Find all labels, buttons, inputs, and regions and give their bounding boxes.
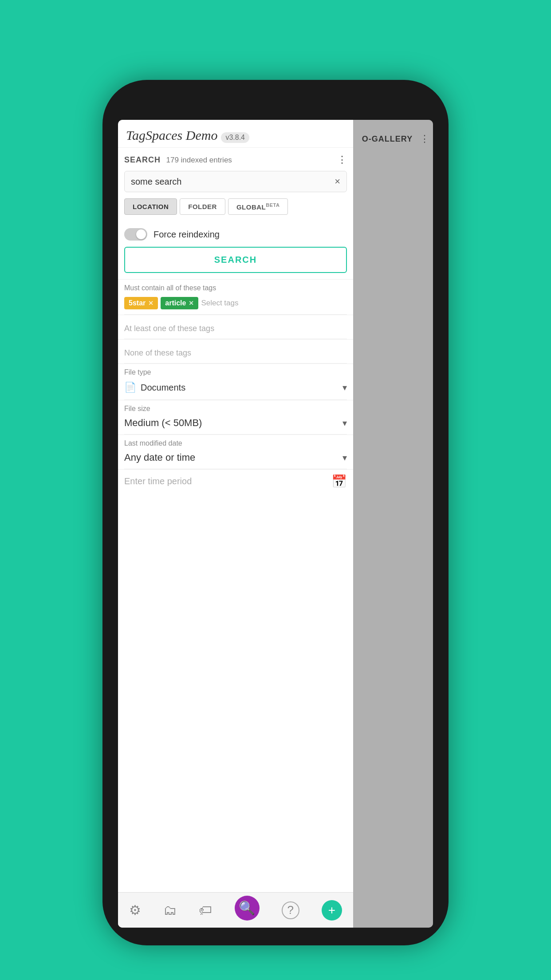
file-size-label: File size <box>124 405 347 413</box>
at-least-one-label[interactable]: At least one of these tags <box>124 320 347 335</box>
nav-tags[interactable]: 🏷 <box>199 903 212 918</box>
file-size-dropdown[interactable]: Medium (< 50MB) ▾ <box>124 415 347 431</box>
search-input-row: × <box>124 171 347 192</box>
file-type-value: Documents <box>141 383 338 393</box>
must-contain-tags-row: 5star ✕ article ✕ Select tags <box>124 296 347 311</box>
last-modified-value: Any date or time <box>124 452 342 463</box>
tag-name-5star: 5star <box>129 299 146 307</box>
tag-chip-5star[interactable]: 5star ✕ <box>124 297 158 309</box>
phone-frame: O-GALLERY ⋮ TagSpaces Demo v3.8.4 SEARCH <box>102 80 449 945</box>
help-icon: ? <box>282 901 299 919</box>
settings-icon: ⚙ <box>129 902 141 918</box>
search-header: SEARCH 179 indexed entries ⋮ <box>124 154 347 166</box>
bottom-nav: ⚙ 🗂 🏷 🔍 ? + <box>118 892 353 928</box>
clear-search-icon[interactable]: × <box>335 176 340 187</box>
tag-chip-article[interactable]: article ✕ <box>161 297 198 309</box>
calendar-icon[interactable]: 📅 <box>331 474 347 489</box>
must-contain-label: Must contain all of these tags <box>124 284 347 292</box>
last-modified-dropdown[interactable]: Any date or time ▾ <box>124 450 347 465</box>
search-section: SEARCH 179 indexed entries ⋮ × LOCATION … <box>118 148 353 215</box>
version-badge: v3.8.4 <box>221 132 249 143</box>
at-least-one-section: At least one of these tags <box>118 315 353 339</box>
search-menu-icon[interactable]: ⋮ <box>337 154 347 166</box>
reindex-row: Force reindexing <box>118 222 353 247</box>
search-button[interactable]: SEARCH <box>124 247 347 273</box>
file-type-dropdown[interactable]: 📄 Documents ▾ <box>124 379 347 396</box>
nav-add[interactable]: + <box>322 900 342 921</box>
indexed-count: 179 indexed entries <box>166 156 232 164</box>
select-tags-placeholder[interactable]: Select tags <box>201 299 238 308</box>
pdf-icon: 📄 <box>124 382 136 393</box>
app-logo: TagSpaces Demo <box>126 128 217 143</box>
tags-icon: 🏷 <box>199 903 212 918</box>
must-contain-section: Must contain all of these tags 5star ✕ a… <box>118 279 353 314</box>
folder-icon: 🗂 <box>163 903 177 918</box>
nav-help[interactable]: ? <box>282 901 299 919</box>
nav-search[interactable]: 🔍 <box>235 900 260 921</box>
file-type-arrow: ▾ <box>342 382 347 393</box>
gallery-title: O-GALLERY <box>357 134 418 144</box>
time-period-section: Enter time period 📅 <box>118 469 353 492</box>
file-type-section: File type 📄 Documents ▾ <box>118 364 353 399</box>
file-size-section: File size Medium (< 50MB) ▾ <box>118 400 353 434</box>
phone-screen: O-GALLERY ⋮ TagSpaces Demo v3.8.4 SEARCH <box>118 120 433 928</box>
nav-folder[interactable]: 🗂 <box>163 903 177 918</box>
file-size-value: Medium (< 50MB) <box>124 417 342 429</box>
nav-settings[interactable]: ⚙ <box>129 902 141 918</box>
gallery-menu-icon[interactable]: ⋮ <box>420 133 429 145</box>
force-reindex-toggle[interactable] <box>124 228 147 241</box>
app-header: TagSpaces Demo v3.8.4 <box>118 120 353 148</box>
last-modified-label: Last modified date <box>124 439 347 447</box>
tab-global[interactable]: GLOBALBETA <box>228 198 288 215</box>
logo-area: TagSpaces Demo v3.8.4 <box>126 128 249 143</box>
time-period-row: Enter time period 📅 <box>124 474 347 489</box>
toggle-knob <box>136 229 146 239</box>
tag-remove-article[interactable]: ✕ <box>189 300 194 307</box>
search-input[interactable] <box>131 177 335 187</box>
file-type-label: File type <box>124 368 347 376</box>
gallery-area: O-GALLERY ⋮ <box>353 120 433 928</box>
time-period-placeholder[interactable]: Enter time period <box>124 476 331 486</box>
add-icon: + <box>322 900 342 921</box>
search-nav-icon: 🔍 <box>235 896 260 921</box>
file-size-arrow: ▾ <box>342 418 347 428</box>
app-panel: TagSpaces Demo v3.8.4 SEARCH 179 indexed… <box>118 120 353 928</box>
none-of-label[interactable]: None of these tags <box>124 344 347 360</box>
tab-folder[interactable]: FOLDER <box>180 198 225 215</box>
tab-location[interactable]: LOCATION <box>124 198 177 215</box>
last-modified-section: Last modified date Any date or time ▾ <box>118 435 353 469</box>
scope-tabs: LOCATION FOLDER GLOBALBETA <box>124 198 347 215</box>
tag-remove-5star[interactable]: ✕ <box>148 300 153 307</box>
search-label: SEARCH <box>124 155 161 164</box>
last-modified-arrow: ▾ <box>342 452 347 463</box>
tag-name-article: article <box>165 299 186 307</box>
reindex-label: Force reindexing <box>153 229 220 240</box>
none-of-section: None of these tags <box>118 339 353 363</box>
